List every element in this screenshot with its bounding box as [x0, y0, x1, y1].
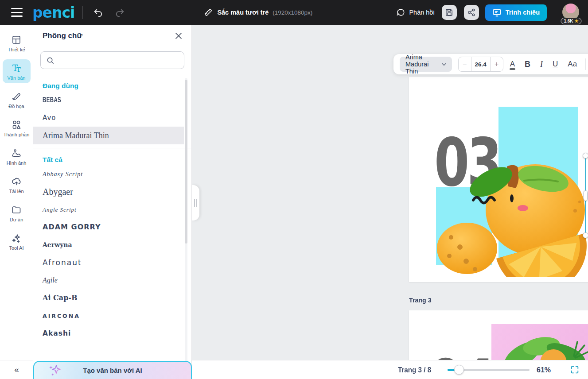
format-toolbar: Arima Madurai Thin − 26.4 + A B I U Aa H… [393, 54, 588, 74]
page-indicator: Trang 3 / 8 [398, 360, 431, 379]
section-heading-all: Tất cả [43, 155, 191, 165]
page-row-header: Trang 3 [409, 292, 588, 309]
font-search-input[interactable] [58, 57, 179, 64]
text-icon [11, 63, 22, 73]
document-size: (1920x1080px) [273, 9, 312, 16]
section-heading-using: Đang dùng [43, 81, 191, 91]
sidebar-item-projects[interactable]: Dự án [3, 201, 31, 225]
font-list-item[interactable]: Ai Cap-B [43, 289, 191, 307]
font-size-stepper: − 26.4 + [458, 57, 503, 72]
presentation-icon [492, 8, 502, 17]
chevron-down-icon [440, 61, 448, 68]
decrease-size-button[interactable]: − [459, 57, 471, 71]
font-list-item[interactable]: Angle Script [43, 201, 191, 218]
font-list-item[interactable]: Abygaer [43, 183, 191, 201]
menu-icon[interactable] [11, 8, 23, 17]
save-icon [445, 8, 454, 17]
cloud-upload-icon [11, 176, 22, 187]
shapes-icon [11, 120, 22, 130]
present-button[interactable]: Trình chiếu [485, 4, 547, 21]
orange-character-image[interactable] [429, 158, 588, 277]
pen-icon [11, 91, 22, 102]
document-title[interactable]: Sắc màu tươi trẻ [217, 9, 269, 16]
page-label: Trang 3 [409, 296, 432, 304]
font-list-item[interactable]: Agile [43, 271, 191, 289]
main-sidebar: Thiết kế Văn bản Đồ họa Thành phần Hình … [0, 25, 33, 379]
font-list-item[interactable]: Avo [43, 109, 191, 127]
italic-button[interactable]: I [537, 59, 546, 70]
user-avatar[interactable]: 1.6K [562, 4, 580, 21]
font-family-select[interactable]: Arima Madurai Thin [400, 57, 452, 72]
share-button[interactable] [464, 5, 479, 20]
divider [33, 148, 192, 148]
star-icon [575, 19, 579, 23]
slide-page-3[interactable]: 03 [409, 77, 588, 282]
fullscreen-icon[interactable] [570, 365, 580, 375]
app-logo[interactable]: penci [32, 4, 74, 21]
resize-handle-left[interactable] [584, 190, 588, 201]
save-button[interactable] [442, 5, 457, 20]
ai-text-button[interactable]: Tạo văn bản với AI [33, 361, 192, 379]
panel-title: Phông chữ [43, 31, 82, 40]
redo-icon[interactable] [112, 5, 127, 20]
ruler-icon [203, 8, 213, 17]
font-search-box [40, 51, 184, 69]
sidebar-item-design[interactable]: Thiết kế [3, 31, 31, 55]
font-list-item[interactable]: Afronaut [43, 254, 191, 271]
undo-icon[interactable] [91, 5, 106, 20]
font-list-item[interactable]: BEBAS [43, 91, 191, 109]
zoom-slider-thumb[interactable] [454, 365, 464, 375]
resize-handle-top-left[interactable] [583, 153, 588, 159]
zoom-percentage: 61% [537, 360, 551, 379]
divider [82, 6, 83, 19]
selected-text-box[interactable]: - Là loại hình du lịch tìm hiểu, trải ng… [585, 155, 588, 236]
ai-sparkle-icon [47, 364, 62, 377]
close-icon[interactable] [173, 30, 184, 42]
image-icon [11, 148, 22, 159]
sidebar-item-elements[interactable]: Thành phần [3, 116, 31, 140]
bold-button[interactable]: B [522, 59, 533, 70]
collapse-sidebar-button[interactable]: « [0, 360, 33, 379]
underline-button[interactable]: U [549, 59, 561, 70]
font-list-item[interactable]: AIRCONA [43, 307, 191, 325]
zoom-slider[interactable] [448, 369, 530, 371]
topbar: penci Sắc màu tươi trẻ (1920x1080px) Phả… [0, 0, 588, 25]
text-case-button[interactable]: Aa [565, 59, 580, 70]
status-bar: Trang 3 / 8 61% [192, 360, 588, 379]
layout-grid-icon [11, 35, 22, 45]
font-list-item[interactable]: ADAM GORRY [43, 218, 191, 236]
sidebar-item-text[interactable]: Văn bản [3, 59, 31, 83]
sidebar-item-uploads[interactable]: Tải lên [3, 173, 31, 197]
canvas-area[interactable]: Arima Madurai Thin − 26.4 + A B I U Aa H… [192, 25, 588, 379]
feedback-button[interactable]: Phản hồi [397, 8, 434, 17]
font-size-value[interactable]: 26.4 [471, 57, 491, 71]
divider [555, 5, 555, 19]
increase-size-button[interactable]: + [491, 57, 503, 71]
sparkles-icon [11, 233, 22, 244]
text-color-button[interactable]: A [507, 59, 518, 70]
divider [585, 58, 586, 70]
panel-scrollbar-thumb[interactable] [185, 80, 187, 244]
sidebar-item-images[interactable]: Hình ảnh [3, 144, 31, 168]
panel-collapse-handle[interactable] [192, 185, 199, 220]
font-list-item[interactable]: Akashi [43, 325, 191, 342]
search-icon [46, 56, 55, 65]
credits-badge: 1.6K [561, 18, 581, 24]
font-list-item[interactable]: Abbasy Script [43, 165, 191, 183]
font-list-item-selected[interactable]: Arima Madurai Thin [33, 127, 184, 144]
font-list-item[interactable]: Aerwyna [43, 236, 191, 254]
sidebar-item-ai-tools[interactable]: Tool AI [3, 229, 31, 253]
folder-icon [11, 205, 22, 215]
chat-bubble-icon [397, 8, 405, 17]
resize-handle-bottom-left[interactable] [583, 232, 588, 238]
share-icon [467, 8, 476, 17]
font-panel: Phông chữ Đang dùng BEBAS Avo Arima Madu… [33, 25, 192, 379]
sidebar-item-graphics[interactable]: Đồ họa [3, 88, 31, 112]
